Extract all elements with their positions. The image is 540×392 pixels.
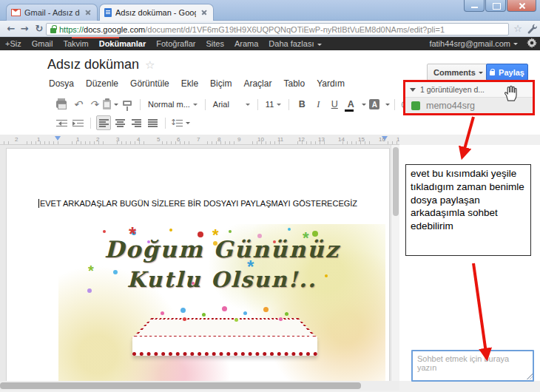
cake-candles	[161, 311, 164, 315]
ruler-number: 10	[257, 136, 264, 143]
birthday-text-line1: Doğum Gününüz	[58, 236, 385, 263]
toolbar-separator	[288, 99, 289, 110]
ruler-number: 9	[237, 136, 240, 143]
gmail-icon	[11, 9, 21, 16]
menu-view[interactable]: Görüntüle	[124, 76, 175, 91]
google-docs-icon	[104, 8, 112, 17]
document-canvas: EVET ARKADAŞLAR BUGÜN SİZLERE BİR DOSYAY…	[0, 145, 399, 381]
share-button[interactable]: Paylaş	[486, 64, 528, 81]
birthday-image[interactable]: Doğum Gününüz Kutlu Olsun!..	[58, 224, 385, 381]
bookmark-star-icon[interactable]	[510, 21, 525, 37]
tab-close-icon[interactable]	[200, 8, 209, 17]
left-margin-marker[interactable]	[55, 136, 61, 143]
justify-button[interactable]	[145, 115, 160, 130]
cake-front	[132, 337, 317, 356]
document-page[interactable]: EVET ARKADAŞLAR BUGÜN SİZLERE BİR DOSYAY…	[6, 148, 390, 381]
underline-button[interactable]: U	[327, 97, 342, 112]
ruler[interactable]: 211234567891011121314151617	[0, 135, 399, 145]
gbar-item-more[interactable]: Daha fazlası	[263, 37, 326, 50]
horizontal-scrollbar-thumb[interactable]	[0, 382, 361, 389]
chevron-down-icon[interactable]	[362, 104, 366, 108]
ruler-number: 14	[338, 136, 345, 143]
minimize-button[interactable]	[464, 0, 485, 12]
italic-button[interactable]: I	[311, 97, 325, 112]
highlight-color-button[interactable]: A	[367, 97, 382, 112]
paragraph-style-dropdown[interactable]: Normal m...	[145, 100, 200, 109]
confetti-decoration	[103, 230, 106, 233]
font-size-dropdown[interactable]: 11	[263, 100, 284, 109]
menu-edit[interactable]: Düzenle	[80, 76, 124, 91]
hand-cursor-icon	[502, 84, 518, 102]
chat-input[interactable]	[411, 350, 534, 382]
menu-file[interactable]: Dosya	[43, 76, 80, 91]
outdent-icon[interactable]	[54, 115, 69, 130]
chevron-down-icon[interactable]	[385, 104, 390, 108]
undo-icon[interactable]	[70, 97, 85, 112]
tab-gmail[interactable]: Gmail - Adsız doküman (fatih4	[6, 4, 98, 21]
account-email: fatih44srg@gmail.com	[429, 37, 510, 50]
chevron-down-icon	[246, 104, 250, 108]
comments-button[interactable]: Comments	[427, 64, 490, 81]
gbar-item-documents[interactable]: Dokümanlar	[94, 37, 152, 50]
gbar-item-calendar[interactable]: Takvim	[58, 37, 93, 50]
reload-icon[interactable]	[33, 21, 46, 37]
wrench-menu-icon[interactable]	[527, 23, 537, 37]
menu-help[interactable]: Yardım	[311, 76, 351, 91]
gear-icon[interactable]	[527, 38, 537, 51]
align-left-button[interactable]	[96, 115, 111, 130]
ruler-number: 8	[217, 136, 220, 143]
gbar-item-sites[interactable]: Sites	[200, 37, 229, 50]
menu-format[interactable]: Biçim	[204, 76, 237, 91]
resize-grip-icon[interactable]	[527, 374, 533, 379]
gbar-item-photos[interactable]: Fotoğraflar	[151, 37, 200, 50]
gbar-item-gmail[interactable]: Gmail	[27, 37, 58, 50]
back-icon[interactable]	[4, 21, 18, 37]
url-host: docs.google.com	[84, 25, 145, 34]
tab-docs-active[interactable]: Adsız doküman - Google Dokü	[99, 4, 214, 21]
close-window-button[interactable]	[507, 0, 536, 12]
toolbar-separator	[165, 118, 166, 129]
gbar-item-plus-you[interactable]: +Siz	[0, 37, 27, 50]
chevron-down-icon	[513, 43, 518, 47]
paint-format-icon[interactable]	[120, 97, 135, 112]
chevron-down-icon	[277, 104, 281, 108]
ruler-number: 11	[277, 136, 283, 143]
maximize-button[interactable]	[485, 0, 506, 12]
vertical-scrollbar-thumb[interactable]	[393, 147, 399, 216]
ssl-lock-icon	[50, 28, 56, 33]
line-spacing-icon[interactable]	[171, 115, 190, 130]
document-heading[interactable]: EVET ARKADAŞLAR BUGÜN SİZLERE BİR DOSYAY…	[7, 199, 389, 208]
address-bar[interactable]: https://docs.google.com/document/d/1VF6m…	[46, 23, 509, 36]
tab-close-icon[interactable]	[84, 8, 92, 17]
indent-icon[interactable]	[70, 115, 85, 130]
menu-table[interactable]: Tablo	[277, 76, 311, 91]
horizontal-scrollbar[interactable]	[0, 381, 399, 391]
toolbar-separator	[140, 99, 141, 110]
redo-icon[interactable]	[87, 97, 101, 112]
print-icon[interactable]	[54, 97, 69, 112]
ruler-number: 5	[157, 136, 160, 143]
star-document-icon[interactable]	[145, 58, 155, 71]
align-right-button[interactable]	[129, 115, 144, 130]
bold-button[interactable]: B	[294, 97, 309, 112]
account-menu[interactable]: fatih44srg@gmail.com	[429, 37, 518, 50]
toolbar-separator	[90, 118, 91, 129]
ruler-number: 1	[76, 136, 79, 143]
align-center-button[interactable]	[112, 115, 127, 130]
menu-tools[interactable]: Araçlar	[237, 76, 277, 91]
bottom-strip	[399, 381, 540, 392]
forward-icon[interactable]	[18, 21, 31, 37]
toolbar-separator	[394, 99, 395, 110]
text-color-button[interactable]: A	[343, 97, 358, 112]
gbar-item-search[interactable]: Arama	[229, 37, 263, 50]
font-dropdown[interactable]: Arial	[210, 100, 253, 109]
ruler-number: 1	[37, 136, 40, 143]
ruler-number: 12	[298, 136, 305, 143]
ruler-number: 2	[15, 136, 18, 143]
menu-insert[interactable]: Ekle	[175, 76, 204, 91]
document-title[interactable]: Adsız doküman	[47, 57, 155, 72]
vertical-scrollbar[interactable]	[391, 145, 399, 381]
birthday-cake	[132, 307, 317, 366]
chevron-down-icon	[193, 104, 198, 108]
paste-icon[interactable]	[103, 97, 118, 112]
